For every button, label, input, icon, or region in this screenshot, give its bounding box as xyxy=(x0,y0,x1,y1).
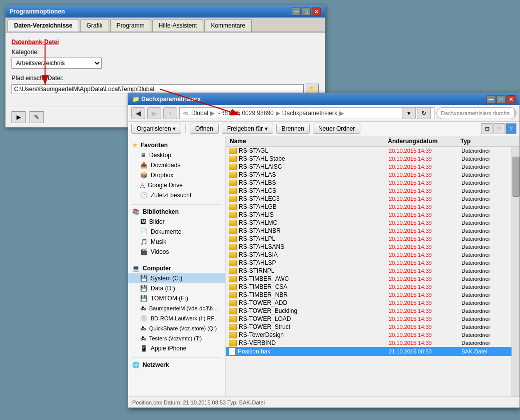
breadcrumb-dlubal[interactable]: Dlubal xyxy=(191,110,208,117)
sidebar-favorites-label[interactable]: ★ Favoriten xyxy=(128,140,225,150)
nav-back-button[interactable]: ◀ xyxy=(131,107,145,119)
file-row[interactable]: RS-STAHLCS20.10.2015 14:39Dateiordner xyxy=(226,187,511,195)
file-row[interactable]: RS-TOWER_Buckling20.10.2015 14:39Dateior… xyxy=(226,307,511,315)
file-row[interactable]: RS-STAHLAS20.10.2015 14:39Dateiordner xyxy=(226,171,511,179)
sidebar-item-musik[interactable]: 🎵 Musik xyxy=(128,237,225,247)
file-maximize-button[interactable]: □ xyxy=(496,95,505,103)
col-date-header[interactable]: Änderungsdatum xyxy=(388,138,460,145)
kategorie-select[interactable]: Arbeitsverzeichnis xyxy=(12,58,102,69)
tab-kommentare[interactable]: Kommentare xyxy=(204,20,252,32)
tab-hilfe-assistent[interactable]: Hilfe-Assistent xyxy=(152,20,204,32)
file-row[interactable]: RS-TOWER_ADD20.10.2015 14:39Dateiordner xyxy=(226,299,511,307)
sidebar-item-apple-iphone[interactable]: 📱 Apple iPhone xyxy=(128,343,225,353)
sidebar-computer-label[interactable]: 💻 Computer xyxy=(128,263,225,273)
breadcrumb-dach[interactable]: Dachxparametrisierx xyxy=(282,110,337,117)
new-folder-button[interactable]: Neuer Ordner xyxy=(313,124,360,134)
file-row[interactable]: RS-TOWER_Struct20.10.2015 14:39Dateiordn… xyxy=(226,323,511,331)
file-row[interactable]: RS-TowerDesign20.10.2015 14:39Dateiordne… xyxy=(226,331,511,339)
sidebar-item-desktop[interactable]: 🖥 Desktop xyxy=(128,150,225,160)
file-name-cell: RS-TowerDesign xyxy=(226,331,389,338)
tab-grafik[interactable]: Grafik xyxy=(80,20,109,32)
file-row[interactable]: RS-STAHLBS20.10.2015 14:39Dateiordner xyxy=(226,179,511,187)
file-row[interactable]: RS-STAHLSANS20.10.2015 14:39Dateiordner xyxy=(226,243,511,251)
nav-forward-button[interactable]: ▶ xyxy=(147,107,161,119)
prog-close-button[interactable]: ✕ xyxy=(312,8,321,16)
file-row[interactable]: Position.bak21.10.2015 08:53BAK-Datei xyxy=(226,347,511,356)
file-type-cell: Dateiordner xyxy=(461,188,511,194)
sidebar-network-label[interactable]: 🌐 Netzwerk xyxy=(128,360,225,370)
file-row[interactable]: RS-STAHLEC320.10.2015 14:39Dateiordner xyxy=(226,195,511,203)
burn-button[interactable]: Brennen xyxy=(276,124,310,134)
file-name-cell: RS-TOWER_Buckling xyxy=(226,307,389,314)
file-type-cell: Dateiordner xyxy=(461,260,511,266)
file-name-text: RS-STAHLIS xyxy=(239,211,274,218)
file-name-cell: RS-STAHLGB xyxy=(226,203,389,210)
sidebar-libraries-label[interactable]: 📚 Bibliotheken xyxy=(128,207,225,217)
nav-up-button[interactable]: ↑ xyxy=(163,107,177,119)
sidebar-item-bdrom-i[interactable]: 💿 BD-ROM-Laufwerk (I:) RFEM 5, RSTA xyxy=(128,313,225,323)
file-row[interactable]: RS-TIMBER_NBR20.10.2015 14:39Dateiordner xyxy=(226,291,511,299)
file-row[interactable]: RS-STAHLSP20.10.2015 14:39Dateiordner xyxy=(226,259,511,267)
scrollbar-track[interactable] xyxy=(511,147,519,396)
file-date-cell: 20.10.2015 14:39 xyxy=(389,204,461,210)
file-row[interactable]: RS-STAHL Stabe20.10.2015 14:39Dateiordne… xyxy=(226,155,511,163)
search-button[interactable]: 🔍 xyxy=(514,107,516,119)
sidebar-item-google-drive[interactable]: △ Google Drive xyxy=(128,180,225,190)
file-row[interactable]: RS-VERBIND20.10.2015 14:39Dateiordner xyxy=(226,339,511,347)
organize-button[interactable]: Organisieren ▾ xyxy=(131,124,181,134)
folder-icon xyxy=(229,340,237,346)
file-type-cell: Dateiordner xyxy=(461,332,511,338)
view-extra-button[interactable]: ⊟ xyxy=(481,123,492,134)
sidebar-item-network-h[interactable]: 🖧 BaumgaertelM (\\de-dc3\homeS) (H:) xyxy=(128,303,225,313)
sidebar-item-system-c[interactable]: 💾 System (C:) xyxy=(128,273,225,283)
file-minimize-button[interactable]: — xyxy=(486,95,495,103)
sidebar-item-dropbox[interactable]: 📦 Dropbox xyxy=(128,170,225,180)
sidebar-item-downloads[interactable]: 📥 Downloads xyxy=(128,160,225,170)
sidebar-item-testers-t[interactable]: 🖧 Testers (\\czvmtc) (T:) xyxy=(128,333,225,343)
sidebar-item-quickshare-q[interactable]: 🖧 QuickShare (\\cz-store) (Q:) xyxy=(128,323,225,333)
file-type-cell: Dateiordner xyxy=(461,292,511,298)
sidebar-item-videos[interactable]: 🎬 Videos xyxy=(128,247,225,257)
file-date-cell: 20.10.2015 14:39 xyxy=(389,148,461,154)
prog-edit-button[interactable]: ✎ xyxy=(30,111,44,123)
file-row[interactable]: RS-STAHLSIA20.10.2015 14:39Dateiordner xyxy=(226,251,511,259)
file-list-scroll[interactable]: RS-STAGL20.10.2015 14:39DateiordnerRS-ST… xyxy=(226,147,511,396)
view-list-button[interactable]: ≡ xyxy=(493,123,504,134)
file-row[interactable]: RS-STIRNPL20.10.2015 14:39Dateiordner xyxy=(226,267,511,275)
breadcrumb-actions: ▼ ↻ xyxy=(402,107,431,119)
file-row[interactable]: RS-TIMBER_AWC20.10.2015 14:39Dateiordner xyxy=(226,275,511,283)
col-name-header[interactable]: Name xyxy=(226,138,388,145)
breadcrumb-dropdown-button[interactable]: ▼ xyxy=(402,107,416,119)
sidebar-item-recently-visited[interactable]: 🕐 Zuletzt besucht xyxy=(128,190,225,200)
sidebar-item-data-d[interactable]: 💾 Data (D:) xyxy=(128,283,225,293)
sidebar-favorites-section: ★ Favoriten 🖥 Desktop 📥 Downloads 📦 Drop… xyxy=(128,140,225,200)
file-close-button[interactable]: ✕ xyxy=(506,95,515,103)
file-row[interactable]: RS-STAHLMC20.10.2015 14:39Dateiordner xyxy=(226,219,511,227)
sidebar-item-bilder[interactable]: 🖼 Bilder xyxy=(128,217,225,227)
tab-daten-verzeichnisse[interactable]: Daten-Verzeichnisse xyxy=(8,20,79,32)
file-row[interactable]: RS-STAGL20.10.2015 14:39Dateiordner xyxy=(226,147,511,155)
sidebar-item-dokumente[interactable]: 📄 Dokumente xyxy=(128,227,225,237)
prog-minimize-button[interactable]: — xyxy=(292,8,301,16)
file-row[interactable]: RS-STAHLGB20.10.2015 14:39Dateiordner xyxy=(226,203,511,211)
refresh-button[interactable]: ↻ xyxy=(417,107,431,119)
scrollbar-thumb[interactable] xyxy=(512,157,519,197)
breadcrumb-rs[interactable]: ~RS8.05.0029.98890 xyxy=(217,110,274,117)
col-type-header[interactable]: Typ xyxy=(460,138,510,145)
file-row[interactable]: RS-STAHLPL20.10.2015 14:39Dateiordner xyxy=(226,235,511,243)
open-button[interactable]: Öffnen xyxy=(190,124,219,134)
file-row[interactable]: RS-TIMBER_CSA20.10.2015 14:39Dateiordner xyxy=(226,283,511,291)
file-row[interactable]: RS-STAHLAISC20.10.2015 14:39Dateiordner xyxy=(226,163,511,171)
breadcrumb-bar[interactable]: ≪ Dlubal ▶ ~RS8.05.0029.98890 ▶ Dachxpar… xyxy=(179,107,434,119)
file-row[interactable]: RS-STAHLNBR20.10.2015 14:39Dateiordner xyxy=(226,227,511,235)
file-row[interactable]: RS-STAHLIS20.10.2015 14:39Dateiordner xyxy=(226,211,511,219)
file-row[interactable]: RS-TOWER_LOAD20.10.2015 14:39Dateiordner xyxy=(226,315,511,323)
clock-icon: 🕐 xyxy=(140,192,148,199)
prog-maximize-button[interactable]: □ xyxy=(302,8,311,16)
sidebar-item-tomtom-f[interactable]: 💾 TOMTOM (F:) xyxy=(128,293,225,303)
prog-play-button[interactable]: ▶ xyxy=(12,111,26,123)
view-help-button[interactable]: ? xyxy=(505,123,516,134)
search-input[interactable] xyxy=(437,110,514,116)
share-button[interactable]: Freigeben für ▾ xyxy=(222,124,273,134)
tab-programm[interactable]: Programm xyxy=(110,20,151,32)
